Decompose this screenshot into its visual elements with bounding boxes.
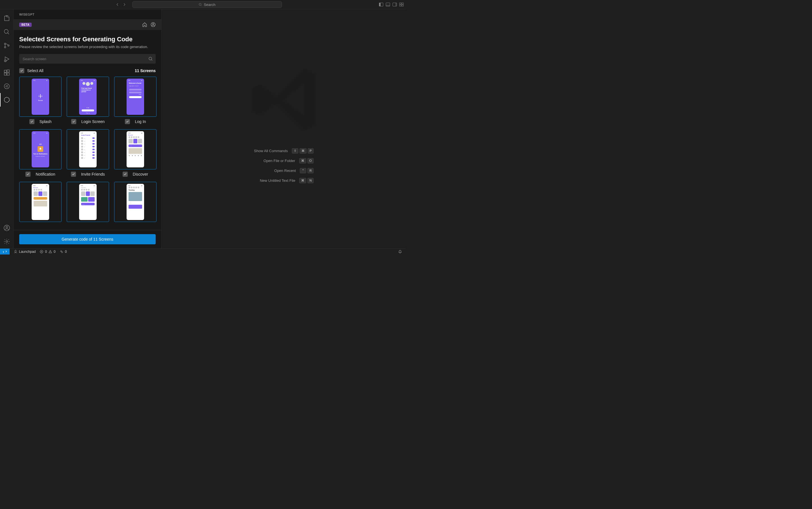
screen-label: Discover	[133, 172, 148, 176]
extension-custom-icon[interactable]	[0, 79, 13, 93]
search-screen-field[interactable]	[19, 54, 156, 64]
screen-item-notification: 9:41●● 438 Turn on Notifications Enable …	[19, 129, 62, 177]
remote-button[interactable]	[0, 248, 10, 255]
user-icon[interactable]	[151, 22, 156, 27]
screen-checkbox[interactable]	[123, 172, 128, 177]
screen-thumbnail[interactable]: 9:41●● Daily New — —	[67, 182, 109, 222]
select-all-checkbox[interactable]	[19, 68, 24, 73]
screen-thumbnail[interactable]: 9:41●● Trending — —	[114, 182, 156, 222]
svg-rect-17	[4, 73, 6, 75]
screen-thumbnail[interactable]: 9:41●● Welcome to Social Login your acco…	[114, 77, 156, 117]
screen-item-partial-3: 9:41●● Trending — —	[114, 182, 156, 222]
generate-button[interactable]: Generate code of 11 Screens	[19, 234, 156, 244]
search-placeholder: Search	[204, 3, 215, 7]
customize-layout-icon[interactable]	[399, 2, 404, 7]
screen-label: Invite Friends	[81, 172, 105, 176]
cmd-open-recent[interactable]: Open Recent ⌃R	[274, 168, 314, 173]
svg-point-30	[40, 97, 41, 98]
svg-point-14	[8, 45, 9, 46]
svg-point-12	[4, 43, 6, 45]
sidebar-title: WISEGPT	[13, 9, 161, 19]
screen-checkbox[interactable]	[26, 172, 31, 177]
error-icon	[40, 250, 43, 253]
command-center-search[interactable]: Search	[132, 1, 282, 8]
page-subheading: Please review the selected screens befor…	[19, 45, 156, 49]
svg-rect-7	[400, 3, 401, 4]
svg-point-34	[61, 251, 62, 252]
screen-item-partial-2: 9:41●● Daily New — —	[67, 182, 109, 222]
ports-icon	[60, 250, 64, 253]
problems-status[interactable]: 0 0	[40, 250, 56, 253]
screen-thumbnail[interactable]: 9:41●● 438 Turn on Notifications Enable …	[19, 129, 62, 169]
warning-icon	[48, 250, 52, 253]
svg-point-13	[4, 47, 6, 48]
ports-status[interactable]: 0	[60, 250, 67, 253]
settings-gear-icon[interactable]	[0, 235, 13, 248]
screen-thumbnail[interactable]: 9:41●● Discover — —	[19, 182, 62, 222]
select-all-label: Select All	[27, 68, 43, 73]
screen-item-login-screen: 9:41●● Find new friend connection or par…	[67, 77, 109, 124]
screen-thumbnail[interactable]: 9:41●● Invite Friends — — — — — — — —	[67, 129, 109, 169]
screen-thumbnail[interactable]: 9:41●● Discover — —	[114, 129, 156, 169]
screen-checkbox[interactable]	[125, 119, 130, 124]
nav-forward-icon[interactable]	[122, 2, 126, 7]
screen-label: Login Screen	[81, 119, 105, 124]
explorer-icon[interactable]	[0, 11, 13, 25]
launchpad-status[interactable]: Launchpad	[13, 250, 36, 253]
notifications-bell[interactable]	[398, 250, 402, 253]
svg-point-26	[153, 24, 154, 25]
cmd-show-all[interactable]: Show All Commands ⇧⌘P	[254, 148, 313, 154]
svg-rect-8	[402, 3, 403, 4]
screen-label: Log In	[135, 119, 146, 124]
svg-point-31	[38, 96, 39, 96]
title-bar: Search	[0, 0, 406, 9]
editor-area: Show All Commands ⇧⌘P Open File or Folde…	[161, 9, 406, 248]
screen-thumbnail[interactable]: 9:41●● Find new friend connection or par…	[67, 77, 109, 117]
home-icon[interactable]	[142, 22, 147, 27]
svg-rect-9	[400, 5, 401, 6]
svg-point-32	[41, 96, 42, 96]
nav-back-icon[interactable]	[115, 2, 120, 7]
wisegpt-activity-icon[interactable]	[0, 93, 13, 107]
svg-rect-4	[386, 5, 390, 6]
cmd-new-file[interactable]: New Untitled Text File ⌘N	[260, 178, 313, 183]
svg-rect-19	[7, 70, 9, 72]
bell-status-icon	[398, 250, 402, 253]
screen-checkbox[interactable]	[71, 172, 76, 177]
svg-point-11	[4, 29, 8, 33]
search-screen-icon	[148, 57, 153, 61]
svg-point-27	[149, 57, 152, 60]
screen-thumbnail[interactable]: 9:41●● Social	[19, 77, 62, 117]
screen-item-login: 9:41●● Welcome to Social Login your acco…	[114, 77, 156, 124]
toggle-primary-sidebar-icon[interactable]	[379, 2, 383, 7]
search-icon	[198, 3, 202, 6]
screen-checkbox[interactable]	[71, 119, 76, 124]
sidebar-panel: WISEGPT BETA Selected Screens for Genera…	[13, 9, 161, 248]
screen-item-invite-friends: 9:41●● Invite Friends — — — — — — — —	[67, 129, 109, 177]
status-bar: Launchpad 0 0 0	[0, 248, 406, 254]
screen-label: Notification	[36, 172, 55, 176]
screen-item-splash: 9:41●● Social Splash	[19, 77, 62, 124]
cmd-open-file[interactable]: Open File or Folder ⌘O	[264, 158, 314, 164]
toggle-panel-icon[interactable]	[386, 2, 390, 7]
svg-point-0	[199, 3, 201, 6]
extensions-icon[interactable]	[0, 66, 13, 79]
screen-label: Splash	[40, 119, 52, 124]
svg-point-24	[6, 241, 8, 242]
toggle-secondary-sidebar-icon[interactable]	[393, 2, 397, 7]
svg-rect-16	[4, 70, 6, 72]
source-control-icon[interactable]	[0, 39, 13, 52]
accounts-icon[interactable]	[0, 221, 13, 235]
svg-point-23	[6, 226, 8, 228]
beta-badge: BETA	[19, 23, 32, 27]
activity-bar	[0, 9, 13, 248]
svg-rect-2	[379, 3, 380, 6]
search-screen-input[interactable]	[23, 57, 152, 61]
search-activity-icon[interactable]	[0, 25, 13, 39]
screen-count: 11 Screens	[135, 68, 156, 73]
run-debug-icon[interactable]	[0, 52, 13, 66]
screen-checkbox[interactable]	[29, 119, 34, 124]
svg-point-20	[4, 84, 9, 89]
svg-point-29	[40, 94, 41, 95]
vscode-logo-icon	[245, 60, 324, 139]
